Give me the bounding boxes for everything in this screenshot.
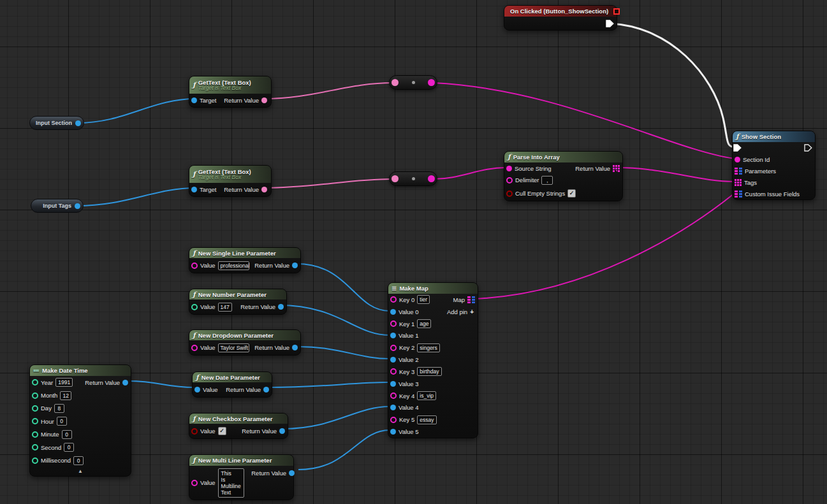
source-string-pin[interactable] xyxy=(506,166,512,171)
node-new-multi-line-parameter[interactable]: ƒ New Multi Line Parameter Value This Is… xyxy=(189,454,294,500)
node-header[interactable]: ƒ New Date Parameter xyxy=(193,372,272,382)
delegate-pin[interactable] xyxy=(613,8,620,15)
value-5-pin[interactable] xyxy=(390,429,396,435)
node-parse-into-array[interactable]: ƒ Parse Into Array Source String Return … xyxy=(504,151,623,201)
node-new-number-parameter[interactable]: ƒ New Number Parameter Value 147 Return … xyxy=(189,289,287,315)
exec-output-pin[interactable] xyxy=(804,144,812,152)
variable-input-tags[interactable]: Input Tags xyxy=(31,199,84,213)
return-array-pin[interactable] xyxy=(613,165,620,172)
minute-field[interactable]: 0 xyxy=(62,430,72,439)
key-1-pin[interactable] xyxy=(390,320,397,327)
key-5-field[interactable]: essay xyxy=(417,415,436,424)
value-field[interactable]: Taylor Swift xyxy=(218,343,250,352)
node-header[interactable]: ≣ Make Map xyxy=(388,283,478,294)
key-3-field[interactable]: birthday xyxy=(417,367,441,376)
second-field[interactable]: 0 xyxy=(64,443,74,452)
node-header[interactable]: ƒ New Dropdown Parameter xyxy=(189,330,300,340)
node-header[interactable]: ƒ GetText (Text Box) Target is Text Box xyxy=(189,166,271,183)
node-new-date-parameter[interactable]: ƒ New Date Parameter Value Return Value xyxy=(192,371,272,398)
hour-field[interactable]: 0 xyxy=(57,417,67,426)
value-pin[interactable] xyxy=(191,480,198,486)
key-1-field[interactable]: age xyxy=(417,319,431,328)
value-3-pin[interactable] xyxy=(390,381,396,387)
second-pin[interactable] xyxy=(32,444,38,450)
blueprint-graph-canvas[interactable]: On Clicked (Button_ShowSection) ƒ GetTex… xyxy=(0,0,827,504)
delimiter-field[interactable]: , xyxy=(541,176,553,185)
convert-output-pin[interactable] xyxy=(428,175,435,182)
node-header[interactable]: ƒ New Checkbox Parameter xyxy=(189,414,288,424)
return-value-pin[interactable] xyxy=(278,304,284,310)
value-2-pin[interactable] xyxy=(390,357,396,363)
millisecond-pin[interactable] xyxy=(32,457,38,464)
key-0-pin[interactable] xyxy=(390,296,397,303)
month-pin[interactable] xyxy=(32,392,38,399)
target-pin[interactable] xyxy=(191,187,197,192)
node-header[interactable]: ƒ New Multi Line Parameter xyxy=(189,455,293,466)
return-value-pin[interactable] xyxy=(289,470,295,476)
node-new-dropdown-parameter[interactable]: ƒ New Dropdown Parameter Value Taylor Sw… xyxy=(189,329,301,356)
node-header[interactable]: On Clicked (Button_ShowSection) xyxy=(504,6,617,17)
value-0-pin[interactable] xyxy=(390,309,396,315)
node-make-map[interactable]: ≣ Make Map Key 0 tier Map Value 0 Add pi… xyxy=(388,282,478,438)
node-show-section[interactable]: ƒ Show Section Section Id Parameters Tag… xyxy=(732,131,816,200)
value-pin[interactable] xyxy=(194,387,200,392)
parameters-map-pin[interactable] xyxy=(735,168,742,175)
node-make-date-time[interactable]: ≔ Make Date Time Year 1991 Return Value … xyxy=(29,364,131,477)
node-header[interactable]: ƒ Parse Into Array xyxy=(504,152,622,162)
millisecond-field[interactable]: 0 xyxy=(73,456,84,465)
day-field[interactable]: 8 xyxy=(54,404,64,413)
value-4-pin[interactable] xyxy=(390,405,396,410)
cull-empty-strings-checkbox[interactable]: ✓ xyxy=(567,189,576,198)
month-field[interactable]: 12 xyxy=(60,391,71,400)
add-pin-button[interactable]: + xyxy=(470,308,474,315)
custom-issue-fields-map-pin[interactable] xyxy=(735,191,742,198)
return-value-pin[interactable] xyxy=(279,428,285,434)
value-field[interactable]: This Is Multiline Text xyxy=(218,468,244,498)
node-header[interactable]: ƒ GetText (Text Box) Target is Text Box xyxy=(189,76,271,94)
key-5-pin[interactable] xyxy=(390,417,397,423)
exec-input-pin[interactable] xyxy=(733,144,742,152)
value-checkbox[interactable]: ✓ xyxy=(218,427,226,435)
exec-output-pin[interactable] xyxy=(606,20,614,27)
node-header[interactable]: ƒ New Single Line Parameter xyxy=(189,248,300,258)
node-gettext-section[interactable]: ƒ GetText (Text Box) Target is Text Box … xyxy=(189,76,272,108)
value-pin[interactable] xyxy=(191,428,198,435)
return-value-pin[interactable] xyxy=(292,345,298,350)
tags-array-pin[interactable] xyxy=(735,179,742,186)
key-0-field[interactable]: tier xyxy=(417,295,430,304)
value-field[interactable]: 147 xyxy=(218,303,232,312)
return-value-pin[interactable] xyxy=(261,187,267,192)
node-header[interactable]: ≔ Make Date Time xyxy=(30,365,131,376)
return-value-pin[interactable] xyxy=(292,263,298,268)
node-convert-text-to-string-section[interactable] xyxy=(389,75,437,90)
variable-output-pin[interactable] xyxy=(75,203,80,209)
node-new-checkbox-parameter[interactable]: ƒ New Checkbox Parameter Value ✓ Return … xyxy=(189,413,288,439)
key-4-pin[interactable] xyxy=(390,392,397,399)
return-value-pin[interactable] xyxy=(263,387,269,392)
node-new-single-line-parameter[interactable]: ƒ New Single Line Parameter Value profes… xyxy=(189,247,301,273)
cull-empty-strings-pin[interactable] xyxy=(506,191,513,197)
node-gettext-tags[interactable]: ƒ GetText (Text Box) Target is Text Box … xyxy=(189,165,272,197)
convert-input-pin[interactable] xyxy=(392,175,399,182)
return-value-pin[interactable] xyxy=(261,97,267,103)
hour-pin[interactable] xyxy=(32,418,38,424)
convert-input-pin[interactable] xyxy=(392,79,399,86)
day-pin[interactable] xyxy=(32,405,38,412)
node-header[interactable]: ƒ Show Section xyxy=(733,131,815,142)
year-pin[interactable] xyxy=(32,379,38,385)
collapse-arrow[interactable]: ▲ xyxy=(30,467,131,476)
node-header[interactable]: ƒ New Number Parameter xyxy=(189,289,286,299)
variable-input-section[interactable]: Input Section xyxy=(29,116,84,130)
node-on-clicked[interactable]: On Clicked (Button_ShowSection) xyxy=(504,5,617,31)
value-pin[interactable] xyxy=(191,263,198,269)
key-3-pin[interactable] xyxy=(390,368,397,375)
minute-pin[interactable] xyxy=(32,431,38,438)
return-value-pin[interactable] xyxy=(122,380,128,385)
value-pin[interactable] xyxy=(191,304,198,310)
target-pin[interactable] xyxy=(191,97,197,103)
value-pin[interactable] xyxy=(191,345,198,351)
value-1-pin[interactable] xyxy=(390,333,396,338)
key-2-field[interactable]: singers xyxy=(417,343,439,352)
section-id-pin[interactable] xyxy=(735,157,740,162)
delimiter-pin[interactable] xyxy=(506,177,513,184)
